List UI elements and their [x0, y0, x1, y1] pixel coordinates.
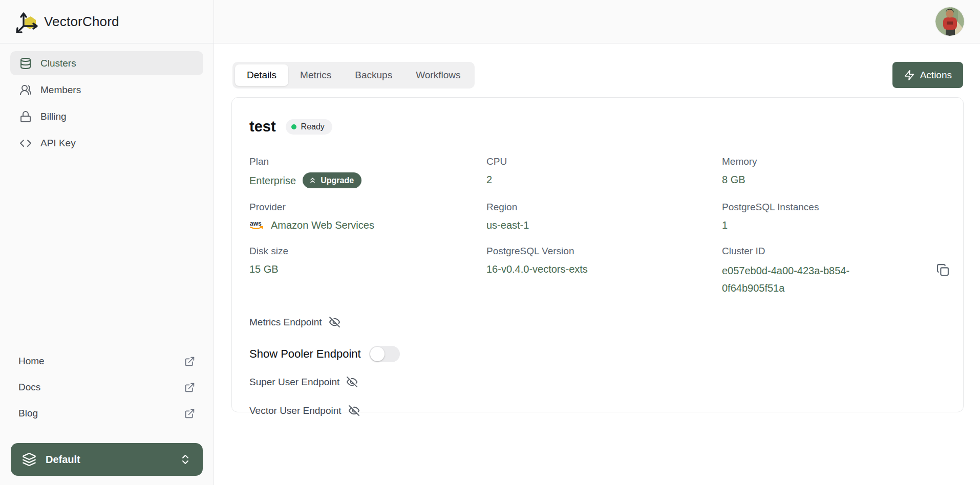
upgrade-label: Upgrade — [321, 176, 354, 185]
cluster-details-card: test Ready Plan Enterprise Upgrade — [231, 97, 964, 412]
link-label: Docs — [18, 382, 40, 393]
pg-instances-value: 1 — [722, 218, 963, 232]
status-dot-icon — [291, 124, 296, 129]
metrics-endpoint-row: Metrics Endpoint — [249, 316, 963, 328]
field-cpu: CPU 2 — [486, 156, 722, 188]
copy-cluster-id-button[interactable] — [933, 260, 952, 279]
layers-icon — [22, 452, 36, 467]
sidebar-item-label: Clusters — [40, 58, 76, 69]
field-provider: Provider aws Amazon Web Services — [249, 202, 486, 232]
link-blog[interactable]: Blog — [18, 408, 195, 419]
lock-icon — [19, 111, 32, 123]
sidebar-nav: Clusters Members Billing API Key — [0, 51, 214, 155]
database-icon — [19, 57, 32, 70]
eye-off-icon[interactable] — [346, 376, 358, 388]
field-memory: Memory 8 GB — [722, 156, 963, 188]
field-label: PostgreSQL Version — [486, 246, 722, 257]
super-user-endpoint-label: Super User Endpoint — [249, 377, 339, 388]
pooler-endpoint-row: Show Pooler Endpoint — [249, 346, 963, 362]
field-label: Cluster ID — [722, 246, 963, 257]
field-label: Provider — [249, 202, 486, 213]
eye-off-icon[interactable] — [348, 405, 360, 416]
user-avatar[interactable] — [935, 7, 964, 36]
link-label: Home — [18, 356, 45, 367]
cluster-fields-grid: Plan Enterprise Upgrade CPU 2 Memory — [249, 156, 963, 297]
field-cluster-id: Cluster ID e057eb0d-4a00-423a-b854-0f64b… — [722, 246, 963, 297]
plan-value: Enterprise — [249, 173, 296, 188]
top-header — [214, 0, 980, 43]
sidebar-item-billing[interactable]: Billing — [10, 104, 203, 128]
tab-backups[interactable]: Backups — [343, 64, 404, 86]
content-area: Details Metrics Backups Workflows Action… — [214, 43, 980, 485]
super-user-endpoint-row: Super User Endpoint — [249, 376, 963, 388]
external-link-icon — [184, 382, 195, 393]
field-label: PostgreSQL Instances — [722, 202, 963, 213]
field-plan: Plan Enterprise Upgrade — [249, 156, 486, 188]
field-label: Region — [486, 202, 722, 213]
toggle-knob — [370, 347, 385, 361]
vector-user-endpoint-label: Vector User Endpoint — [249, 405, 342, 416]
field-pg-instances: PostgreSQL Instances 1 — [722, 202, 963, 232]
field-region: Region us-east-1 — [486, 202, 722, 232]
avatar-photo — [935, 7, 964, 36]
tab-workflows[interactable]: Workflows — [404, 64, 472, 86]
link-docs[interactable]: Docs — [18, 382, 195, 393]
upgrade-button[interactable]: Upgrade — [303, 172, 361, 188]
brand-name: VectorChord — [44, 14, 119, 30]
tab-metrics[interactable]: Metrics — [288, 64, 343, 86]
field-pg-version: PostgreSQL Version 16-v0.4.0-vectors-ext… — [486, 246, 722, 297]
eye-off-icon[interactable] — [329, 316, 340, 328]
workspace-switcher-button[interactable]: Default — [11, 443, 203, 476]
external-link-icon — [184, 408, 195, 419]
sidebar-item-members[interactable]: Members — [10, 78, 203, 102]
sidebar-external-links: Home Docs Blog — [0, 356, 214, 419]
actions-button-label: Actions — [920, 70, 952, 81]
cpu-value: 2 — [486, 172, 722, 187]
field-label: CPU — [486, 156, 722, 167]
field-disk-size: Disk size 15 GB — [249, 246, 486, 297]
code-icon — [19, 137, 32, 149]
sidebar-item-clusters[interactable]: Clusters — [10, 51, 203, 75]
sidebar-item-label: Members — [40, 84, 81, 96]
link-label: Blog — [18, 408, 38, 419]
field-label: Disk size — [249, 246, 486, 257]
brand-logo: VectorChord — [0, 0, 214, 43]
main-area: Details Metrics Backups Workflows Action… — [214, 0, 980, 485]
users-icon — [19, 84, 32, 96]
workspace-name: Default — [46, 454, 170, 466]
svg-text:aws: aws — [250, 220, 262, 227]
cluster-id-value: e057eb0d-4a00-423a-b854-0f64b905f51a — [722, 262, 877, 297]
chevrons-up-icon — [308, 176, 317, 185]
sidebar-item-label: API Key — [40, 138, 76, 149]
field-label: Memory — [722, 156, 963, 167]
region-value: us-east-1 — [486, 218, 722, 232]
endpoints-section: Metrics Endpoint Show Pooler Endpoint Su… — [249, 316, 963, 416]
sidebar-item-api-key[interactable]: API Key — [10, 131, 203, 155]
aws-icon: aws — [249, 219, 266, 231]
status-badge: Ready — [286, 119, 332, 135]
pooler-endpoint-toggle[interactable] — [369, 346, 400, 362]
vectorchord-logo-icon — [15, 10, 39, 33]
vector-user-endpoint-row: Vector User Endpoint — [249, 405, 963, 416]
memory-value: 8 GB — [722, 172, 963, 187]
cluster-tabs: Details Metrics Backups Workflows — [232, 62, 475, 89]
sidebar-item-label: Billing — [40, 111, 67, 122]
zap-icon — [904, 70, 915, 81]
tab-details[interactable]: Details — [235, 64, 288, 86]
link-home[interactable]: Home — [18, 356, 195, 367]
pooler-toggle-label: Show Pooler Endpoint — [249, 347, 361, 361]
sidebar: VectorChord Clusters Members Billing API… — [0, 0, 214, 485]
copy-icon — [936, 263, 949, 276]
cluster-name: test — [249, 118, 276, 135]
status-label: Ready — [301, 122, 325, 131]
actions-button[interactable]: Actions — [892, 62, 963, 88]
external-link-icon — [184, 356, 195, 367]
metrics-endpoint-label: Metrics Endpoint — [249, 317, 322, 328]
pg-version-value: 16-v0.4.0-vectors-exts — [486, 262, 722, 276]
field-label: Plan — [249, 156, 486, 167]
provider-value: Amazon Web Services — [271, 218, 374, 232]
disk-size-value: 15 GB — [249, 262, 486, 276]
chevrons-up-down-icon — [179, 453, 191, 466]
